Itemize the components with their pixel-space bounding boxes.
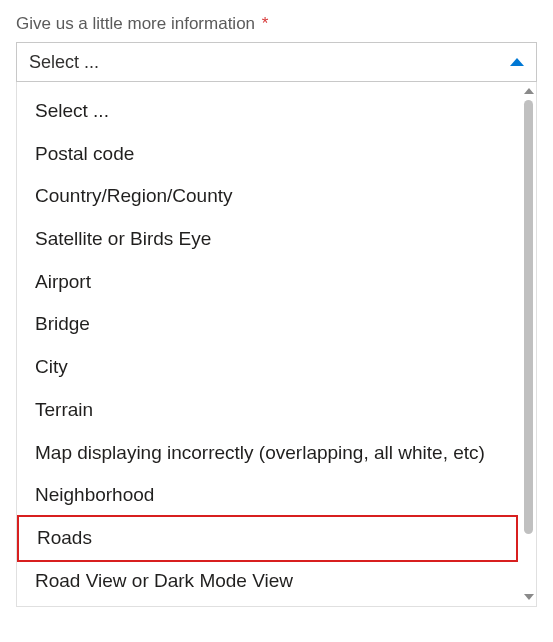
dropdown-option[interactable]: Select ...	[17, 90, 518, 133]
dropdown-option[interactable]: Satellite or Birds Eye	[17, 218, 518, 261]
scrollbar[interactable]	[522, 88, 535, 600]
caret-up-icon	[510, 58, 524, 66]
dropdown-panel: Select ...Postal codeCountry/Region/Coun…	[16, 82, 537, 607]
dropdown-option[interactable]: Neighborhood	[17, 474, 518, 517]
dropdown-option[interactable]: Country/Region/County	[17, 175, 518, 218]
dropdown-option[interactable]: Airport	[17, 261, 518, 304]
form-label-text: Give us a little more information	[16, 14, 255, 33]
dropdown-option[interactable]: Map displaying incorrectly (overlapping,…	[17, 432, 518, 475]
required-asterisk: *	[262, 14, 269, 33]
dropdown-option[interactable]: Postal code	[17, 133, 518, 176]
scroll-down-icon[interactable]	[524, 594, 534, 600]
dropdown-option[interactable]: Roads	[17, 515, 518, 562]
form-label: Give us a little more information *	[16, 14, 537, 34]
scroll-up-icon[interactable]	[524, 88, 534, 94]
dropdown-option[interactable]: City	[17, 346, 518, 389]
select-placeholder-text: Select ...	[29, 52, 99, 73]
dropdown-option[interactable]: Road View or Dark Mode View	[17, 560, 518, 603]
scroll-thumb[interactable]	[524, 100, 533, 534]
options-list: Select ...Postal codeCountry/Region/Coun…	[17, 90, 536, 602]
select-trigger[interactable]: Select ...	[16, 42, 537, 82]
dropdown-option[interactable]: Terrain	[17, 389, 518, 432]
dropdown-option[interactable]: Bridge	[17, 303, 518, 346]
